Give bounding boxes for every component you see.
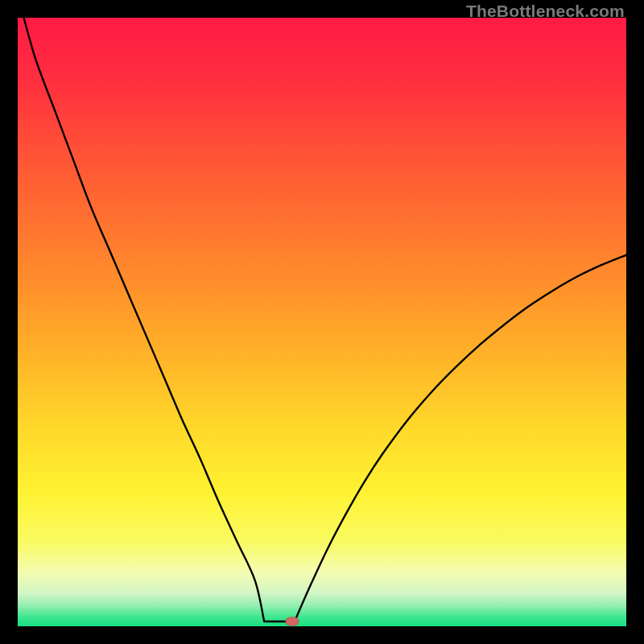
optimal-point-marker bbox=[286, 617, 299, 625]
watermark-text: TheBottleneck.com bbox=[466, 2, 625, 21]
bottleneck-chart bbox=[18, 18, 626, 626]
gradient-background bbox=[18, 18, 626, 626]
chart-frame bbox=[18, 18, 626, 626]
